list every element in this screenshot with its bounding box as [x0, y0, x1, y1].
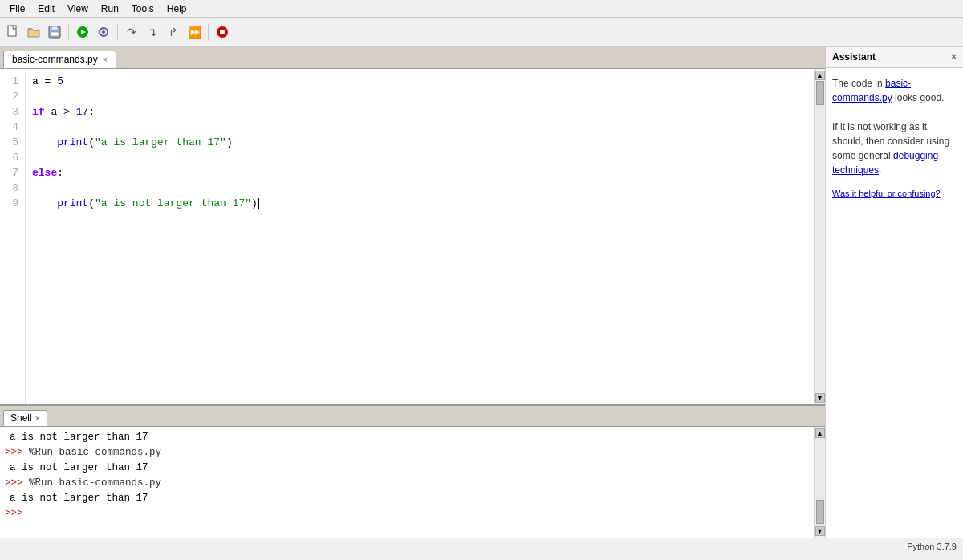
code-line-6 [32, 150, 807, 165]
svg-rect-3 [51, 32, 59, 36]
code-line-2 [32, 89, 807, 104]
shell-scroll-down[interactable]: ▼ [815, 526, 825, 536]
assistant-title: Assistant [832, 51, 876, 63]
svg-rect-9 [220, 30, 225, 34]
svg-rect-2 [51, 26, 58, 30]
toolbar-sep-1 [68, 24, 69, 40]
menu-tools[interactable]: Tools [125, 2, 160, 16]
menu-run[interactable]: Run [95, 2, 125, 16]
code-area[interactable]: a = 5 if a > 17: print("a is larger than… [26, 69, 814, 404]
editor-tabbar: basic-commands.py × [0, 47, 825, 69]
assistant-panel: Assistant × The code in basic-commands.p… [825, 47, 963, 538]
shell-text[interactable]: a is not larger than 17 >>> %Run basic-c… [0, 427, 814, 538]
line-num-5: 5 [0, 135, 18, 150]
line-num-8: 8 [0, 181, 18, 196]
shell-line-1: a is not larger than 17 [5, 430, 809, 445]
statusbar: Python 3.7.9 [0, 538, 963, 554]
shell-scroll-up[interactable]: ▲ [815, 428, 825, 438]
debug-button[interactable] [94, 22, 113, 42]
code-line-5: print("a is larger than 17") [32, 135, 807, 150]
shell-tabbar: Shell × [0, 406, 825, 427]
shell-tab-label: Shell [10, 412, 32, 424]
menubar: File Edit View Run Tools Help [0, 0, 963, 18]
toolbar-sep-2 [117, 24, 118, 40]
code-line-1: a = 5 [32, 74, 807, 89]
menu-file[interactable]: File [3, 2, 31, 16]
new-button[interactable] [3, 22, 22, 42]
shell-tab-close[interactable]: × [35, 413, 40, 423]
line-num-7: 7 [0, 165, 18, 181]
scroll-down-arrow[interactable]: ▼ [815, 393, 825, 403]
toolbar: ↷ ↴ ↱ ⏩ [0, 18, 963, 47]
code-line-7: else: [32, 165, 807, 181]
line-num-2: 2 [0, 89, 18, 104]
editor-shell: basic-commands.py × 1 2 3 4 5 6 7 8 9 a … [0, 47, 825, 538]
shell-scrollbar[interactable]: ▲ ▼ [814, 427, 825, 538]
menu-view[interactable]: View [61, 2, 95, 16]
step-out-button[interactable]: ↱ [164, 22, 183, 42]
tab-close-button[interactable]: × [103, 55, 108, 64]
shell-scroll-track[interactable] [816, 439, 824, 526]
svg-point-7 [102, 30, 105, 34]
code-line-4 [32, 120, 807, 135]
step-over-button[interactable]: ↷ [122, 22, 141, 42]
shell-content[interactable]: a is not larger than 17 >>> %Run basic-c… [0, 427, 825, 538]
editor-scrollbar[interactable]: ▲ ▼ [814, 69, 825, 404]
line-num-1: 1 [0, 74, 18, 89]
editor: 1 2 3 4 5 6 7 8 9 a = 5 if a > 17: print… [0, 69, 825, 405]
step-into-button[interactable]: ↴ [143, 22, 162, 42]
main-area: basic-commands.py × 1 2 3 4 5 6 7 8 9 a … [0, 47, 963, 538]
line-num-9: 9 [0, 196, 18, 211]
stop-button[interactable] [213, 22, 232, 42]
tab-filename: basic-commands.py [12, 54, 98, 65]
shell-panel: Shell × a is not larger than 17 >>> %Run… [0, 405, 825, 538]
shell-line-6: >>> [5, 506, 809, 521]
assistant-text1: The code in basic-commands.py looks good… [832, 76, 957, 105]
menu-edit[interactable]: Edit [31, 2, 61, 16]
open-button[interactable] [24, 22, 43, 42]
shell-line-4: >>> %Run basic-commands.py [5, 476, 809, 491]
shell-tab[interactable]: Shell × [3, 410, 47, 426]
code-line-3: if a > 17: [32, 104, 807, 120]
toolbar-sep-3 [208, 24, 209, 40]
assistant-header: Assistant × [826, 47, 963, 68]
editor-tab[interactable]: basic-commands.py × [3, 51, 116, 68]
shell-line-5: a is not larger than 17 [5, 491, 809, 506]
shell-line-2: >>> %Run basic-commands.py [5, 445, 809, 461]
line-num-3: 3 [0, 104, 18, 120]
scroll-track[interactable] [816, 81, 824, 392]
shell-line-3: a is not larger than 17 [5, 461, 809, 476]
menu-help[interactable]: Help [160, 2, 193, 16]
scroll-thumb[interactable] [816, 81, 824, 105]
run-button[interactable] [73, 22, 92, 42]
line-num-4: 4 [0, 120, 18, 135]
scroll-up-arrow[interactable]: ▲ [815, 71, 825, 80]
svg-rect-0 [8, 26, 16, 36]
assistant-feedback-link[interactable]: Was it helpful or confusing? [832, 187, 957, 201]
code-line-9: print("a is not larger than 17") [32, 196, 807, 211]
shell-scroll-thumb[interactable] [816, 500, 824, 524]
assistant-close-button[interactable]: × [951, 51, 957, 63]
python-version: Python 3.7.9 [907, 542, 957, 551]
line-numbers: 1 2 3 4 5 6 7 8 9 [0, 69, 26, 404]
line-num-6: 6 [0, 150, 18, 165]
resume-button[interactable]: ⏩ [185, 22, 204, 42]
save-button[interactable] [45, 22, 64, 42]
assistant-body: The code in basic-commands.py looks good… [826, 68, 963, 538]
assistant-text2: If it is not working as it should, then … [832, 120, 957, 177]
code-line-8 [32, 181, 807, 196]
